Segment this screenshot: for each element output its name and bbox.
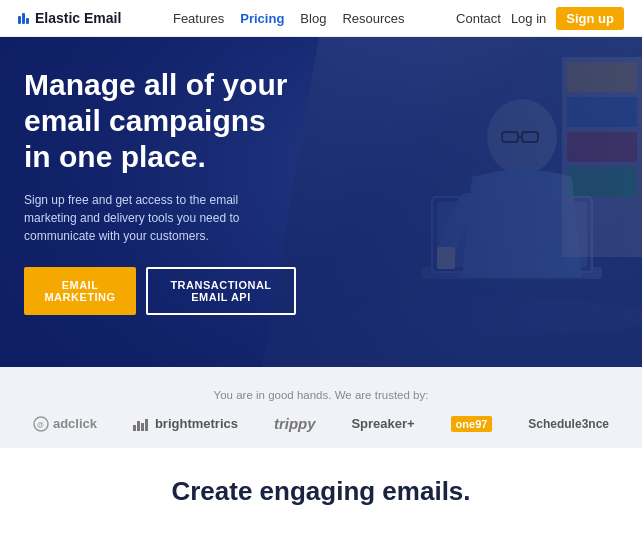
nav-blog[interactable]: Blog (300, 11, 326, 26)
logo-text: Elastic Email (35, 10, 121, 26)
nav-features[interactable]: Features (173, 11, 224, 26)
trusted-text: You are in good hands. We are trusted by… (20, 389, 622, 401)
logo-schedule3nce: Schedule3nce (528, 417, 609, 431)
logo-icon (18, 13, 29, 24)
svg-rect-18 (141, 423, 144, 431)
schedule3nce-label: Schedule3nce (528, 417, 609, 431)
svg-text:@: @ (37, 421, 44, 428)
nav-right: Contact Log in Sign up (456, 7, 624, 30)
transactional-email-button[interactable]: TRANSACTIONAL EMAIL API (146, 267, 296, 315)
brightmetrics-label: brightmetrics (155, 416, 238, 431)
bottom-section: Create engaging emails. (0, 448, 642, 525)
hero-title: Manage all of your email campaigns in on… (24, 67, 296, 175)
bottom-title: Create engaging emails. (20, 476, 622, 507)
email-marketing-button[interactable]: EMAIL MARKETING (24, 267, 136, 315)
nav-links: Features Pricing Blog Resources (173, 11, 405, 26)
logo-brightmetrics: brightmetrics (133, 416, 238, 431)
hero-content: Manage all of your email campaigns in on… (0, 37, 320, 345)
signup-button[interactable]: Sign up (556, 7, 624, 30)
hero-subtitle: Sign up free and get access to the email… (24, 191, 294, 245)
one97-label: one97 (451, 416, 493, 432)
adclick-label: adclick (53, 416, 97, 431)
nav-pricing[interactable]: Pricing (240, 11, 284, 26)
nav-contact[interactable]: Contact (456, 11, 501, 26)
logos-row: @ adclick brightmetrics trippy Spreaker+… (20, 415, 622, 432)
spreaker-label: Spreaker+ (351, 416, 414, 431)
adclick-icon: @ (33, 416, 49, 432)
trippy-label: trippy (274, 415, 316, 432)
brightmetrics-icon (133, 417, 151, 431)
hero-buttons: EMAIL MARKETING TRANSACTIONAL EMAIL API (24, 267, 296, 315)
svg-rect-16 (133, 425, 136, 431)
navbar: Elastic Email Features Pricing Blog Reso… (0, 0, 642, 37)
logo-trippy: trippy (274, 415, 316, 432)
svg-rect-19 (145, 419, 148, 431)
logo[interactable]: Elastic Email (18, 10, 121, 26)
login-button[interactable]: Log in (511, 11, 546, 26)
logo-spreaker: Spreaker+ (351, 416, 414, 431)
logo-adclick: @ adclick (33, 416, 97, 432)
nav-resources[interactable]: Resources (342, 11, 404, 26)
svg-rect-17 (137, 421, 140, 431)
hero-section: Manage all of your email campaigns in on… (0, 37, 642, 367)
trusted-section: You are in good hands. We are trusted by… (0, 367, 642, 448)
logo-one97: one97 (451, 416, 493, 432)
